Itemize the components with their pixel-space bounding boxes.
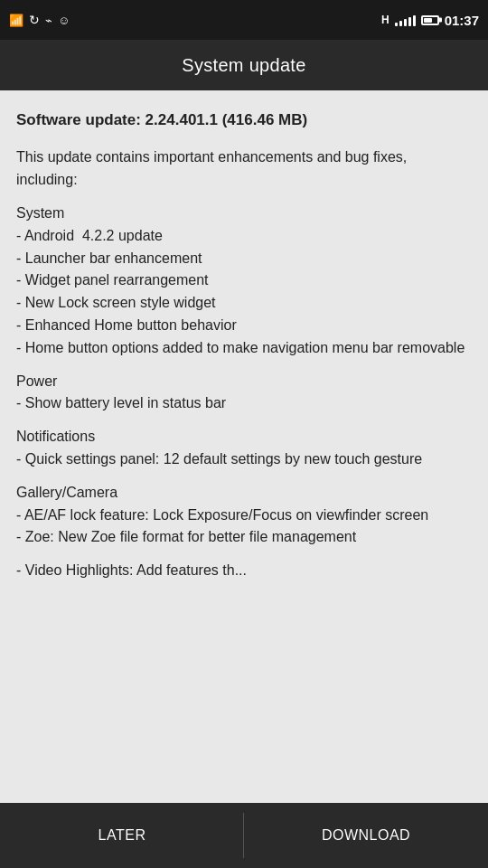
h-data-icon: H — [381, 14, 389, 26]
update-intro: This update contains important enhanceme… — [16, 146, 472, 192]
page-title: System update — [182, 55, 305, 76]
signal-icon — [395, 14, 416, 26]
time-display: 01:37 — [445, 13, 479, 28]
power-section-title: Power — [16, 371, 472, 393]
gallery-section-title: Gallery/Camera — [16, 482, 472, 505]
power-item-1: - Show battery level in status bar — [16, 392, 472, 415]
later-button[interactable]: LATER — [0, 803, 244, 868]
system-item-1: - Android 4.2.2 update — [16, 225, 472, 248]
gallery-item-1: - AE/AF lock feature: Lock Exposure/Focu… — [16, 505, 472, 527]
bottom-bar: LATER DOWNLOAD — [0, 803, 488, 868]
status-bar-left: 📶 ↻ ⌁ ☺ — [9, 13, 70, 27]
notifications-item-1: - Quick settings panel: 12 default setti… — [16, 448, 472, 471]
status-bar: 📶 ↻ ⌁ ☺ H 01:37 — [0, 0, 488, 40]
gallery-item-2: - Zoe: New Zoe file format for better fi… — [16, 526, 472, 549]
battery-icon — [421, 15, 439, 25]
sync-icon: ↻ — [29, 13, 40, 27]
notification-icon: ☺ — [58, 14, 70, 27]
usb-icon: ⌁ — [45, 14, 52, 27]
video-section-partial: - Video Highlights: Add features th... — [16, 560, 472, 582]
system-item-5: - Enhanced Home button behavior — [16, 315, 472, 337]
update-heading: Software update: 2.24.401.1 (416.46 MB) — [16, 108, 472, 132]
notifications-section-title: Notifications — [16, 426, 472, 448]
system-section-title: System — [16, 203, 472, 225]
system-item-3: - Widget panel rearrangement — [16, 269, 472, 292]
download-button[interactable]: DOWNLOAD — [244, 803, 488, 868]
update-text: Software update: 2.24.401.1 (416.46 MB) … — [16, 108, 472, 582]
system-item-4: - New Lock screen style widget — [16, 292, 472, 315]
system-item-6: - Home button options added to make navi… — [16, 337, 472, 360]
content-area[interactable]: Software update: 2.24.401.1 (416.46 MB) … — [0, 90, 488, 803]
status-bar-right: H 01:37 — [381, 13, 479, 28]
system-item-2: - Launcher bar enhancement — [16, 248, 472, 270]
title-bar: System update — [0, 40, 488, 90]
sim-icon: 📶 — [9, 14, 23, 27]
